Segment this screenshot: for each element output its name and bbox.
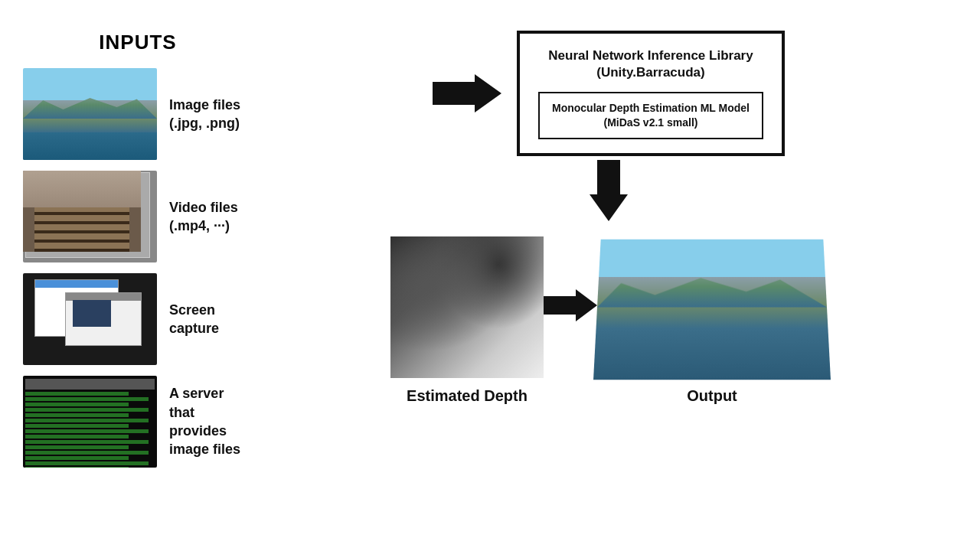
ml-model-box: Monocular Depth Estimation ML Model(MiDa… [538,92,763,139]
nn-library-title: Neural Network Inference Library(Unity.B… [538,47,763,81]
inputs-panel: INPUTS Image files(.jpg, .png) Video fil… [23,23,253,468]
depth-section: Estimated Depth [390,236,544,405]
svg-marker-2 [544,289,597,321]
svg-marker-0 [433,74,501,112]
label-image-files: Image files(.jpg, .png) [169,96,240,133]
input-row-screen: Screencapture [23,273,253,365]
thumbnail-video-files [23,171,157,262]
terminal-image [23,376,157,468]
nn-library-box: Neural Network Inference Library(Unity.B… [517,31,785,156]
label-video-files: Video files(.mp4, ···) [169,198,238,236]
input-row-server: A server thatprovidesimage files [23,376,253,468]
ml-model-text: Monocular Depth Estimation ML Model(MiDa… [552,101,750,130]
output-image [593,240,831,380]
estimated-depth-image [390,236,544,378]
label-server: A server thatprovidesimage files [169,384,253,458]
arrow-right-to-nn [433,70,501,116]
estimated-depth-label: Estimated Depth [407,387,528,405]
screen-capture-image [23,273,157,365]
label-screen-capture: Screencapture [169,301,219,338]
results-row: Estimated Depth Output [253,236,965,405]
thumbnail-server [23,376,157,468]
inputs-title: INPUTS [23,31,253,54]
input-row-video: Video files(.mp4, ···) [23,171,253,262]
input-row-image: Image files(.jpg, .png) [23,68,253,160]
nn-row: Neural Network Inference Library(Unity.B… [253,31,965,156]
tiger-stack-image [23,171,157,262]
mountain-image [23,68,157,160]
svg-marker-1 [590,160,628,221]
thumbnail-image-files [23,68,157,160]
main-layout: INPUTS Image files(.jpg, .png) Video fil… [0,0,980,551]
output-image-inner [593,240,831,380]
output-label: Output [687,387,737,405]
arrow-right-to-output [544,286,597,324]
thumbnail-screen-capture [23,273,157,365]
output-section: Output [597,236,827,405]
right-panel: Neural Network Inference Library(Unity.B… [253,23,965,405]
arrow-down-to-output [586,160,632,221]
